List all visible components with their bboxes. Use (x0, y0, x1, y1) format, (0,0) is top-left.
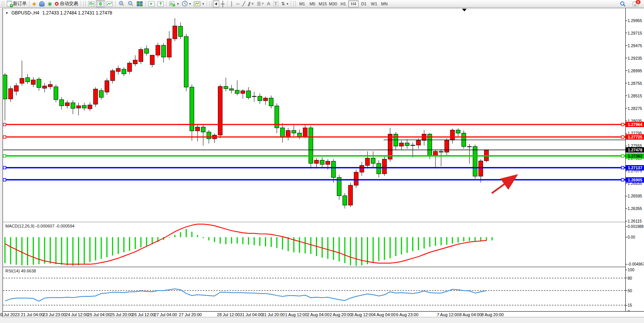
candle-chart-button[interactable] (96, 0, 105, 7)
timeframe-m30[interactable]: M30 (328, 0, 338, 7)
axis-tick (626, 226, 627, 227)
new-order-label: 新订单 (13, 0, 27, 7)
collapse-caret-icon[interactable]: ▼ (5, 11, 8, 15)
toolbar-grip[interactable] (209, 1, 212, 6)
axis-tick (626, 221, 627, 221)
channel-icon: ∥ (247, 1, 251, 6)
time-axis-label: 27 Jul 20:00 (179, 312, 202, 317)
price-axis-label: 1.29955 (628, 18, 642, 23)
text-tool-button[interactable]: A (265, 0, 272, 7)
axis-tick (626, 305, 627, 305)
chart-forward-button[interactable] (147, 0, 156, 7)
new-order-button[interactable]: + 新订单 (5, 0, 28, 7)
new-chart-button[interactable]: ▾ (168, 0, 180, 7)
tile-windows-button[interactable] (135, 0, 144, 7)
signal-button[interactable]: ◉ (46, 0, 53, 7)
macd-chart (3, 223, 625, 266)
timeframe-group: M1M5M15M30H1H4D1W1MN (297, 0, 389, 7)
timeframe-m15[interactable]: M15 (317, 0, 328, 7)
trendline-tool-button[interactable]: ╱ (241, 0, 247, 7)
toolbar-separator (115, 1, 116, 7)
time-axis-label: 27 Jul 04:00 (154, 312, 177, 317)
chat-button[interactable]: 1 (631, 0, 640, 7)
person-icon (39, 1, 45, 6)
toolbar-separator (207, 1, 207, 7)
time-axis-label: 21 Jul 04:00 (21, 312, 44, 317)
rsi-panel[interactable]: RSI(14) 49.6638 (3, 267, 625, 311)
axis-tick (626, 108, 627, 108)
time-axis-label: 28 Jul 12:00 (217, 312, 240, 317)
arrows-tool-button[interactable]: ⇅ ▾ (280, 0, 290, 7)
symbol-label: GBPUSD-,H4 (11, 10, 39, 16)
time-axis-label: 31 Jul 04:00 (240, 312, 263, 317)
time-axis-label: 1 Aug 12:00 (285, 312, 308, 317)
axis-tick (626, 121, 627, 121)
label-tool-button[interactable]: T (272, 0, 280, 7)
timeframe-mn[interactable]: MN (379, 0, 389, 7)
axis-tick (626, 21, 627, 21)
cursor-tool-button[interactable]: ➤ (213, 0, 219, 7)
timeframe-h4[interactable]: H4 (348, 0, 359, 7)
template-button[interactable]: ▾ (192, 0, 206, 7)
toolbar-separator (291, 1, 291, 7)
channel-tool-button[interactable]: ∥E (247, 0, 255, 7)
fibonacci-tool-button[interactable]: ☰F (255, 0, 266, 7)
toolbar-grip[interactable] (2, 1, 4, 6)
autotrade-button[interactable]: 自动交易 (53, 0, 80, 7)
timeframe-m5[interactable]: M5 (307, 0, 317, 7)
candle-chart-icon (97, 1, 104, 6)
rsi-axis-label: 15 (628, 303, 632, 307)
price-panel[interactable]: ▼ GBPUSD-,H4 1.27433 1.27484 1.27431 1.2… (3, 8, 625, 222)
search-button[interactable] (618, 0, 627, 7)
price-axis-label: 1.29475 (628, 43, 642, 48)
rsi-axis-label: 100 (628, 267, 634, 272)
hline-tool-button[interactable]: ─ (235, 0, 241, 7)
bar-chart-icon (88, 1, 94, 6)
line-chart-icon (107, 1, 113, 6)
toolbar-grip[interactable] (293, 1, 296, 6)
template-icon (194, 1, 201, 6)
timeframe-d1[interactable]: D1 (359, 0, 369, 7)
trendline-icon: ╱ (242, 2, 245, 6)
period-button[interactable]: ▾ (180, 0, 193, 7)
dropdown-caret-icon: ▾ (189, 2, 191, 6)
line-chart-button[interactable] (105, 0, 114, 7)
price-axis[interactable]: 1.299551.297151.294751.292351.289951.287… (625, 8, 644, 317)
cursor-icon: ➤ (213, 1, 219, 6)
gold-button[interactable]: ◆ (31, 0, 38, 7)
symbol-header: ▼ GBPUSD-,H4 1.27433 1.27484 1.27431 1.2… (5, 10, 112, 16)
price-axis-label: 1.29715 (628, 31, 642, 35)
timeframe-w1[interactable]: W1 (369, 0, 379, 7)
macd-axis-label: 0.00 (628, 235, 635, 239)
bar-chart-button[interactable] (87, 0, 96, 7)
rsi-axis-label: 80 (628, 276, 632, 280)
community-button[interactable] (38, 0, 46, 7)
time-axis-label: 26 Jul 12:00 (132, 312, 155, 317)
chart-forward-icon (148, 1, 155, 6)
axis-tick (626, 70, 627, 71)
search-icon (620, 1, 626, 7)
crosshair-tool-button[interactable]: ┼ (219, 0, 226, 7)
autotrade-icon (55, 2, 59, 6)
timeframe-m1[interactable]: M1 (297, 0, 307, 7)
time-axis-label: 20 Jul 2023 (0, 312, 19, 317)
time-axis-label: 8 Aug 20:00 (481, 312, 504, 317)
macd-panel[interactable]: MACD(12,26,9) -0.000607 -0.000594 (3, 223, 625, 266)
timeframe-h1[interactable]: H1 (338, 0, 348, 7)
toolbar-grip[interactable] (83, 1, 86, 6)
new-order-icon: + (7, 1, 12, 6)
time-axis[interactable]: 20 Jul 202321 Jul 04:0023 Jul 23:0024 Ju… (3, 311, 644, 317)
axis-tick (626, 208, 627, 209)
chart-shift-button[interactable] (156, 0, 165, 7)
axis-tick (626, 83, 627, 83)
chart-shift-marker[interactable] (462, 9, 467, 11)
price-axis-label: 1.26355 (628, 206, 642, 211)
time-axis-label: 4 Aug 04:00 (373, 312, 396, 317)
hline-icon: ─ (236, 2, 240, 6)
zoom-out-icon (128, 1, 134, 6)
toolbar-separator (81, 1, 81, 7)
zoom-in-button[interactable] (117, 0, 126, 7)
chat-badge: 1 (636, 0, 641, 4)
zoom-out-button[interactable] (126, 0, 135, 7)
vline-tool-button[interactable]: │ (229, 0, 235, 7)
